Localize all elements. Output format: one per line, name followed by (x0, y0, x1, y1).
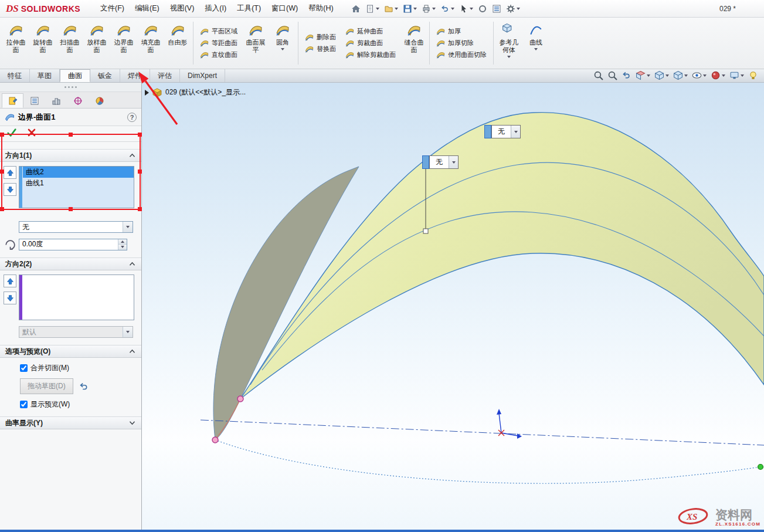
section-direction1-header[interactable]: 方向1(1) (0, 149, 141, 162)
planar-surface-button[interactable]: 平面区域 (200, 27, 237, 36)
knit-surface-button[interactable]: 缝合曲面 (400, 19, 427, 67)
tab-sheet-metal[interactable]: 钣金 (90, 69, 120, 82)
rebuild-icon[interactable] (476, 3, 489, 15)
flyout-expand-icon[interactable] (145, 90, 149, 96)
zoom-fit-icon[interactable] (593, 70, 603, 80)
section-curvature-header[interactable]: 曲率显示(Y) (0, 416, 141, 429)
menu-insert[interactable]: 插入(I) (199, 0, 232, 17)
graphics-area[interactable]: 029 (默认<<默认>_显示... 无 无 (142, 83, 764, 530)
previous-view-icon[interactable] (622, 70, 631, 80)
delete-face-button[interactable]: 删除面 (305, 33, 336, 42)
vertex-point[interactable] (237, 396, 243, 402)
fillet-flyout-caret[interactable] (281, 48, 284, 50)
filled-surface-button[interactable]: 填充曲面 (137, 19, 164, 67)
print-icon[interactable] (420, 3, 437, 15)
show-preview-checkbox-input[interactable] (20, 401, 28, 408)
menu-file[interactable]: 文件(F) (95, 0, 130, 17)
home-icon[interactable] (349, 3, 362, 15)
section-options-header[interactable]: 选项与预览(O) (0, 345, 141, 358)
boundary-surface-button[interactable]: 边界曲面 (110, 19, 137, 67)
callout-grip-handle[interactable] (422, 155, 429, 169)
callout-dropdown-icon[interactable] (449, 156, 458, 168)
leader-end-handle[interactable] (423, 229, 428, 233)
origin-triad[interactable] (497, 409, 522, 439)
direction1-selection-list[interactable]: 曲线2 曲线1 (19, 166, 134, 208)
angle-spinner[interactable] (118, 239, 127, 250)
tab-sketch[interactable]: 草图 (30, 69, 60, 82)
endpoint-green[interactable] (758, 465, 763, 470)
display-manager-tab-icon[interactable] (89, 93, 110, 108)
tangency-combo-top[interactable]: 无 (491, 125, 521, 138)
curves-caret[interactable] (534, 48, 538, 50)
extend-surface-button[interactable]: 延伸曲面 (345, 27, 396, 36)
curves-button[interactable]: 曲线 (522, 19, 549, 67)
feature-manager-tab-icon[interactable] (23, 93, 45, 108)
extruded-surface-button[interactable]: 拉伸曲面 (2, 19, 29, 67)
vertex-point[interactable] (212, 437, 218, 443)
select-icon[interactable] (457, 3, 475, 15)
help-icon[interactable]: ? (127, 113, 137, 122)
undo-icon[interactable] (439, 3, 456, 15)
file-properties-icon[interactable] (490, 3, 503, 15)
swept-surface-button[interactable]: 扫描曲面 (56, 19, 83, 67)
options-gear-icon[interactable] (504, 3, 522, 15)
tangency-combo-mid[interactable]: 无 (429, 155, 459, 169)
move-down-button[interactable] (4, 183, 16, 196)
lofted-surface-button[interactable]: 放样曲面 (83, 19, 110, 67)
flatten-surface-button[interactable]: 曲面展平 (242, 19, 269, 67)
hide-show-items-icon[interactable] (692, 70, 707, 80)
list-item-curve2[interactable]: 曲线2 (23, 167, 134, 178)
tab-features[interactable]: 特征 (0, 69, 30, 82)
ruled-surface-button[interactable]: 直纹曲面 (200, 50, 237, 59)
zoom-area-icon[interactable] (607, 70, 617, 80)
menu-view[interactable]: 视图(V) (165, 0, 200, 17)
boundary-surface-preview[interactable] (240, 113, 764, 399)
cancel-button[interactable] (27, 128, 36, 140)
merge-tangent-faces-checkbox-input[interactable] (20, 364, 28, 372)
direction2-selection-list[interactable] (19, 275, 134, 320)
dimxpert-manager-tab-icon[interactable] (67, 93, 89, 108)
thicken-button[interactable]: 加厚 (436, 27, 487, 36)
menu-edit[interactable]: 编辑(E) (130, 0, 165, 17)
display-style-icon[interactable] (673, 70, 688, 80)
trim-surface-button[interactable]: 剪裁曲面 (345, 39, 396, 48)
combo-dropdown-icon[interactable] (123, 222, 133, 232)
callout-dropdown-icon[interactable] (511, 126, 520, 138)
section-view-icon[interactable] (636, 70, 650, 80)
tab-weldments[interactable]: 焊件 (120, 69, 150, 82)
freeform-button[interactable]: 自由形 (164, 19, 191, 67)
construction-centerline[interactable] (201, 420, 764, 445)
view-settings-icon[interactable] (729, 70, 744, 80)
move-down-button[interactable] (4, 292, 16, 304)
replace-face-button[interactable]: 替换面 (305, 45, 336, 53)
save-icon[interactable] (401, 3, 419, 15)
configuration-manager-tab-icon[interactable] (45, 93, 67, 108)
callout-grip-handle[interactable] (484, 125, 491, 138)
cut-with-surface-button[interactable]: 使用曲面切除 (436, 50, 487, 59)
merge-tangent-faces-checkbox[interactable]: 合并切面(M) (20, 363, 141, 373)
untrim-surface-button[interactable]: 解除剪裁曲面 (345, 50, 396, 59)
sketch-curve-dotted[interactable] (215, 440, 760, 483)
list-item-curve1[interactable]: 曲线1 (23, 178, 134, 189)
open-icon[interactable] (382, 3, 400, 15)
property-manager-tab-icon[interactable] (2, 93, 23, 108)
show-preview-checkbox[interactable]: 显示预览(W) (20, 399, 141, 409)
ok-button[interactable] (7, 128, 16, 140)
view-orientation-icon[interactable] (654, 70, 669, 80)
tab-evaluate[interactable]: 评估 (150, 69, 180, 82)
drag-sketch-button[interactable]: 拖动草图(D) (20, 378, 73, 394)
tab-surfaces[interactable]: 曲面 (60, 69, 90, 82)
menu-window[interactable]: 窗口(W) (266, 0, 303, 17)
angle-input[interactable]: 0.00度 (19, 239, 127, 250)
panel-splitter-handle[interactable] (0, 83, 141, 92)
light-bulb-icon[interactable] (748, 70, 758, 80)
fillet-button[interactable]: 圆角 (269, 19, 296, 67)
section-direction2-header[interactable]: 方向2(2) (0, 257, 141, 270)
reference-geometry-caret[interactable] (507, 56, 511, 58)
thickened-cut-button[interactable]: 加厚切除 (436, 39, 487, 48)
offset-surface-button[interactable]: 等距曲面 (200, 39, 237, 48)
reference-geometry-button[interactable]: 参考几何体 (495, 19, 522, 67)
tab-dimxpert[interactable]: DimXpert (180, 69, 225, 82)
new-document-icon[interactable] (364, 3, 381, 15)
direction1-tangency-combo[interactable]: 无 (19, 221, 133, 233)
